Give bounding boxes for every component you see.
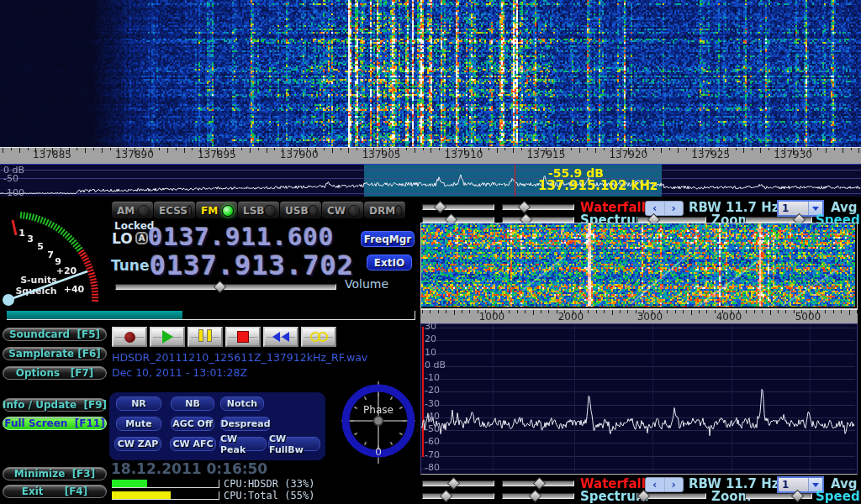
left-button-options[interactable]: Options [F7] bbox=[3, 366, 107, 380]
left-button-label: Soundcard [F5] bbox=[9, 328, 100, 340]
rewind-button[interactable] bbox=[263, 327, 298, 347]
playback-progress-bar[interactable] bbox=[7, 311, 415, 320]
dsp-button-nb[interactable]: NB bbox=[171, 396, 214, 411]
mode-button-fm[interactable]: FM bbox=[196, 202, 237, 219]
volume-slider[interactable] bbox=[115, 281, 336, 291]
af-spectrum-db-label: 10 bbox=[425, 347, 436, 358]
mode-led-indicator bbox=[395, 205, 402, 217]
dsp-button-label: Notch bbox=[227, 398, 257, 409]
cpu-total-fill bbox=[112, 491, 171, 499]
left-button-minimize[interactable]: Minimize [F3] bbox=[3, 467, 107, 480]
slider-track bbox=[422, 493, 494, 499]
slider-thumb[interactable] bbox=[447, 477, 461, 491]
frequency-tick-label: 137925 bbox=[685, 149, 736, 160]
mode-led-indicator bbox=[188, 205, 192, 217]
dsp-button-despread[interactable]: Despread bbox=[220, 417, 271, 431]
left-button-full-screen[interactable]: Full Screen [F11] bbox=[3, 417, 107, 430]
spectrum-db-label: -50 bbox=[3, 173, 18, 184]
record-button[interactable] bbox=[112, 327, 147, 347]
mode-button-label: DRM bbox=[369, 205, 395, 217]
smeter-scale-label: 5 bbox=[37, 241, 44, 252]
af-spectrum-db-label: 0 dB bbox=[425, 360, 446, 370]
slider-thumb[interactable] bbox=[214, 281, 227, 294]
slider-thumb[interactable] bbox=[637, 490, 651, 503]
play-button[interactable] bbox=[150, 327, 185, 347]
frequency-tick-label: 137885 bbox=[27, 149, 77, 160]
freqmgr-button[interactable]: FreqMgr bbox=[361, 231, 415, 247]
smeter-scale-label: 3 bbox=[27, 234, 34, 244]
mode-button-label: AM bbox=[117, 205, 135, 217]
scroll-right-icon[interactable]: › bbox=[665, 478, 684, 491]
waterfall-brightness-slider[interactable] bbox=[422, 478, 494, 488]
frequency-tick-label: 137905 bbox=[357, 149, 407, 160]
stop-button[interactable] bbox=[225, 327, 261, 347]
slider-thumb[interactable] bbox=[440, 490, 453, 503]
left-button-soundcard[interactable]: Soundcard [F5] bbox=[3, 328, 107, 341]
dsp-button-cw-afc[interactable]: CW AFC bbox=[170, 437, 216, 451]
main-spectrum-canvas[interactable] bbox=[0, 165, 861, 197]
af-spectrum-display[interactable] bbox=[420, 323, 858, 475]
phase-indicator: Phase 0 bbox=[340, 380, 417, 465]
dsp-button-mute[interactable]: Mute bbox=[116, 417, 161, 431]
waterfall-brightness-slider[interactable] bbox=[422, 202, 494, 212]
cpu-hdsdr-label: CPU:HDSDR (33%) bbox=[224, 478, 314, 490]
af-controls-top: Waterfall‹›RBW 11.7 Hz1AvgSpectrumZoomSp… bbox=[420, 200, 861, 225]
waterfall-contrast-slider[interactable] bbox=[502, 478, 574, 488]
waterfall-contrast-slider[interactable] bbox=[502, 202, 574, 212]
avg-select-value: 1 bbox=[779, 479, 808, 491]
avg-select-value: 1 bbox=[779, 202, 808, 214]
smeter-scale-label: 7 bbox=[47, 249, 54, 260]
spectrum-contrast-slider[interactable] bbox=[502, 491, 574, 501]
af-waterfall-display[interactable] bbox=[420, 223, 858, 309]
slider-thumb[interactable] bbox=[791, 490, 805, 503]
left-button-samplerate[interactable]: Samplerate [F6] bbox=[3, 347, 107, 360]
af-frequency-tick-label: 2000 bbox=[550, 311, 592, 323]
spectrum-brightness-slider[interactable] bbox=[422, 491, 494, 501]
lo-auto-badge[interactable]: A bbox=[135, 232, 148, 244]
dsp-button-nr[interactable]: NR bbox=[116, 396, 161, 411]
dsp-button-cw-zap[interactable]: CW ZAP bbox=[114, 437, 161, 451]
cpu-hdsdr-fill bbox=[112, 480, 147, 487]
dsp-button-notch[interactable]: Notch bbox=[220, 396, 264, 411]
loop-button[interactable] bbox=[301, 327, 336, 347]
slider-thumb[interactable] bbox=[434, 201, 447, 214]
extio-button[interactable]: ExtIO bbox=[367, 255, 412, 270]
loop-icon bbox=[310, 329, 328, 345]
mode-button-ecss[interactable]: ECSS bbox=[154, 202, 195, 219]
left-button-info-update[interactable]: Info / Update [F9] bbox=[3, 398, 107, 412]
left-button-exit[interactable]: Exit [F4] bbox=[3, 485, 107, 498]
frequency-tick-label: 137910 bbox=[439, 149, 489, 160]
zoom-slider[interactable] bbox=[637, 491, 706, 501]
scroll-right-icon[interactable]: › bbox=[665, 202, 684, 215]
mode-button-am[interactable]: AM bbox=[112, 202, 153, 219]
slider-thumb[interactable] bbox=[533, 477, 547, 491]
tune-frequency-display[interactable]: 0137.913.702 bbox=[150, 249, 354, 281]
mode-button-cw[interactable]: CW bbox=[322, 202, 363, 219]
main-waterfall-display[interactable] bbox=[0, 0, 861, 147]
mode-led-indicator bbox=[222, 205, 234, 217]
left-button-label: Options [F7] bbox=[16, 367, 94, 379]
speed-slider[interactable] bbox=[745, 491, 812, 501]
slider-thumb[interactable] bbox=[529, 490, 542, 503]
tune-label: Tune bbox=[111, 257, 149, 274]
lo-frequency-display[interactable]: 0137.911.600 bbox=[148, 223, 335, 251]
dsp-button-cw-peak[interactable]: CW Peak bbox=[219, 437, 267, 451]
volume-label: Volume bbox=[345, 277, 388, 291]
cursor-frequency-readout: 137.915.102 kHz bbox=[538, 178, 658, 193]
frequency-tick-label: 137900 bbox=[274, 149, 325, 160]
dsp-button-cw-fullbw[interactable]: CW FullBw bbox=[268, 437, 320, 451]
rewind-icon bbox=[272, 329, 290, 345]
mode-button-usb[interactable]: USB bbox=[280, 202, 321, 219]
mode-led-indicator bbox=[138, 205, 150, 217]
pause-button[interactable] bbox=[188, 327, 223, 347]
mode-button-drm[interactable]: DRM bbox=[364, 202, 405, 219]
frequency-tick-label: 137890 bbox=[109, 149, 160, 160]
af-frequency-tick-label: 4000 bbox=[708, 311, 750, 323]
smeter-scale-label: 1 bbox=[18, 228, 25, 239]
af-spectrum-db-label: -40 bbox=[425, 411, 440, 422]
mode-button-lsb[interactable]: LSB bbox=[238, 202, 279, 219]
dsp-button-agc-off[interactable]: AGC Off bbox=[171, 417, 214, 431]
main-spectrum-display[interactable]: 0 dB-50-100 -55.9 dB 137.915.102 kHz bbox=[0, 164, 861, 197]
left-button-label: Minimize [F3] bbox=[14, 468, 95, 480]
slider-thumb[interactable] bbox=[518, 201, 531, 214]
